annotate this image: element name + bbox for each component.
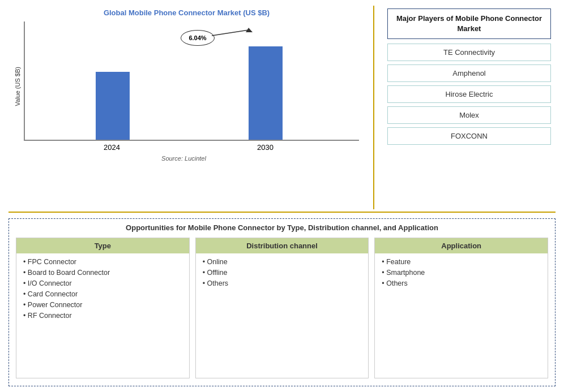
app-item-others: Others [382,279,541,287]
x-label-2030: 2030 [257,143,274,152]
application-header: Application [375,238,548,253]
x-label-2024: 2024 [104,143,120,152]
horizontal-divider [8,212,556,213]
cagr-value: 6.04% [189,35,206,41]
opportunities-section: Opportunities for Mobile Phone Connector… [8,218,556,386]
type-item-power: Power Connector [23,301,182,309]
type-header: Type [16,238,189,253]
player-hirose: Hirose Electric [387,85,551,103]
dist-item-others: Others [203,279,362,287]
player-amphenol: Amphenol [387,64,551,82]
player-foxconn: FOXCONN [387,127,551,145]
type-item-rf: RF Connector [23,312,182,320]
distribution-header: Distribution channel [196,238,369,253]
source-label: Source: Lucintel [161,155,212,162]
player-te-connectivity: TE Connectivity [387,44,551,61]
bar-2030 [249,46,283,140]
bars-container: 6.04% [24,21,359,141]
bar-2024-rect [96,72,130,140]
bar-2030-rect [249,46,283,140]
distribution-column: Distribution channel Online Offline Othe… [195,238,369,378]
player-molex: Molex [387,106,551,124]
type-item-io: I/O Connector [23,279,182,287]
dist-item-online: Online [203,258,362,266]
major-players-panel: Major Players of Mobile Phone Connector … [383,6,556,209]
type-item-card: Card Connector [23,290,182,298]
type-body: FPC Connector Board to Board Connector I… [16,253,189,324]
x-axis: 2024 2030 [24,141,359,152]
chart-area: Global Mobile Phone Connector Market (US… [8,6,365,209]
distribution-body: Online Offline Others [196,253,369,292]
type-item-b2b: Board to Board Connector [23,269,182,277]
cagr-arrow [212,28,257,45]
type-item-fpc: FPC Connector [23,258,182,266]
chart-title: Global Mobile Phone Connector Market (US… [104,8,270,17]
cagr-annotation: 6.04% [181,30,215,46]
type-column: Type FPC Connector Board to Board Connec… [16,238,190,378]
vertical-divider [373,6,374,209]
application-body: Feature Smartphone Others [375,253,548,292]
application-column: Application Feature Smartphone Others [374,238,548,378]
opportunities-title: Opportunities for Mobile Phone Connector… [16,223,548,232]
svg-line-0 [212,30,249,36]
bar-2024 [96,72,130,140]
app-item-feature: Feature [382,258,541,266]
app-item-smartphone: Smartphone [382,269,541,277]
players-title: Major Players of Mobile Phone Connector … [387,8,551,39]
dist-item-offline: Offline [203,269,362,277]
opportunities-columns: Type FPC Connector Board to Board Connec… [16,238,548,378]
y-axis-label: Value (US $B) [14,67,21,106]
cagr-ellipse: 6.04% [181,30,215,46]
